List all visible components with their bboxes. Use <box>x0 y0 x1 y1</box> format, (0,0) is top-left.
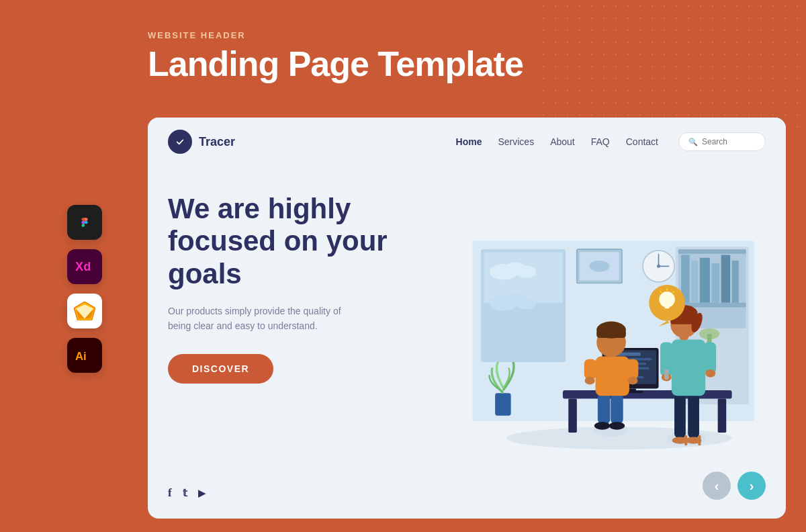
next-arrow-button[interactable]: › <box>737 472 766 500</box>
svg-rect-57 <box>596 357 629 396</box>
xd-icon-box[interactable]: Xd <box>67 249 102 284</box>
svg-rect-75 <box>704 343 716 373</box>
page-title: Landing Page Template <box>148 44 523 84</box>
svg-rect-21 <box>678 249 746 254</box>
navbar: Tracer Home Services About FAQ Contact 🔍 <box>148 118 786 166</box>
sketch-icon <box>74 302 95 320</box>
svg-rect-59 <box>626 359 638 379</box>
svg-rect-68 <box>688 393 699 438</box>
prev-arrow-button[interactable]: ‹ <box>703 472 731 500</box>
nav-home[interactable]: Home <box>456 136 482 147</box>
hero-section: We are highly focused on your goals Our … <box>148 166 786 517</box>
svg-point-9 <box>175 136 186 148</box>
website-header-label: WEBSITE HEADER <box>148 30 246 40</box>
svg-point-37 <box>589 261 609 272</box>
xd-icon: Xd <box>75 259 94 274</box>
main-card: Tracer Home Services About FAQ Contact 🔍… <box>148 118 786 519</box>
bg-pattern <box>537 0 806 134</box>
nav-arrows: ‹ › <box>703 472 766 500</box>
svg-rect-24 <box>700 258 710 303</box>
search-icon: 🔍 <box>688 138 698 146</box>
nav-services[interactable]: Services <box>498 136 534 147</box>
svg-rect-41 <box>718 399 727 433</box>
svg-point-18 <box>516 297 536 309</box>
svg-rect-53 <box>598 393 610 424</box>
svg-point-60 <box>585 377 595 385</box>
svg-rect-23 <box>691 261 698 303</box>
svg-rect-73 <box>672 339 705 396</box>
svg-point-78 <box>705 369 715 378</box>
nav-contact[interactable]: Contact <box>626 136 658 147</box>
svg-rect-26 <box>721 255 730 303</box>
ai-icon: Ai <box>75 347 94 364</box>
svg-rect-40 <box>568 399 577 433</box>
svg-point-56 <box>609 422 625 430</box>
svg-point-61 <box>627 377 637 385</box>
svg-rect-72 <box>698 435 701 445</box>
logo-text: Tracer <box>199 135 235 149</box>
svg-rect-65 <box>596 330 626 338</box>
search-input[interactable] <box>702 137 756 146</box>
search-box: 🔍 <box>678 132 766 151</box>
svg-point-86 <box>659 292 675 308</box>
logo: Tracer <box>168 130 449 154</box>
hero-subtitle: Our products simply provide the quality … <box>168 304 356 334</box>
office-illustration <box>450 179 766 517</box>
nav-faq[interactable]: FAQ <box>591 136 610 147</box>
svg-rect-77 <box>664 369 669 380</box>
nav-links: Home Services About FAQ Contact <box>456 136 658 147</box>
svg-rect-39 <box>563 390 732 399</box>
svg-rect-58 <box>584 359 596 379</box>
discover-button[interactable]: DISCOVER <box>168 354 273 384</box>
logo-icon <box>168 130 192 154</box>
svg-rect-87 <box>665 306 670 308</box>
tool-icons-sidebar: Xd Ai <box>67 205 102 373</box>
svg-point-55 <box>594 422 611 430</box>
nav-about[interactable]: About <box>550 136 575 147</box>
svg-rect-91 <box>495 393 511 416</box>
svg-text:Xd: Xd <box>75 260 91 273</box>
svg-rect-67 <box>674 393 686 438</box>
ai-icon-box[interactable]: Ai <box>67 338 102 373</box>
logo-checkmark-icon <box>173 135 187 148</box>
figma-icon <box>76 214 93 231</box>
svg-text:Ai: Ai <box>75 350 87 363</box>
hero-illustration <box>450 179 766 517</box>
sketch-icon-box[interactable] <box>67 294 102 328</box>
svg-rect-54 <box>611 393 623 424</box>
svg-rect-25 <box>711 263 719 303</box>
hero-title: We are highly focused on your goals <box>168 193 450 290</box>
svg-rect-27 <box>732 261 739 303</box>
svg-point-15 <box>516 265 536 277</box>
hero-left: We are highly focused on your goals Our … <box>168 179 450 517</box>
figma-icon-box[interactable] <box>67 205 102 240</box>
